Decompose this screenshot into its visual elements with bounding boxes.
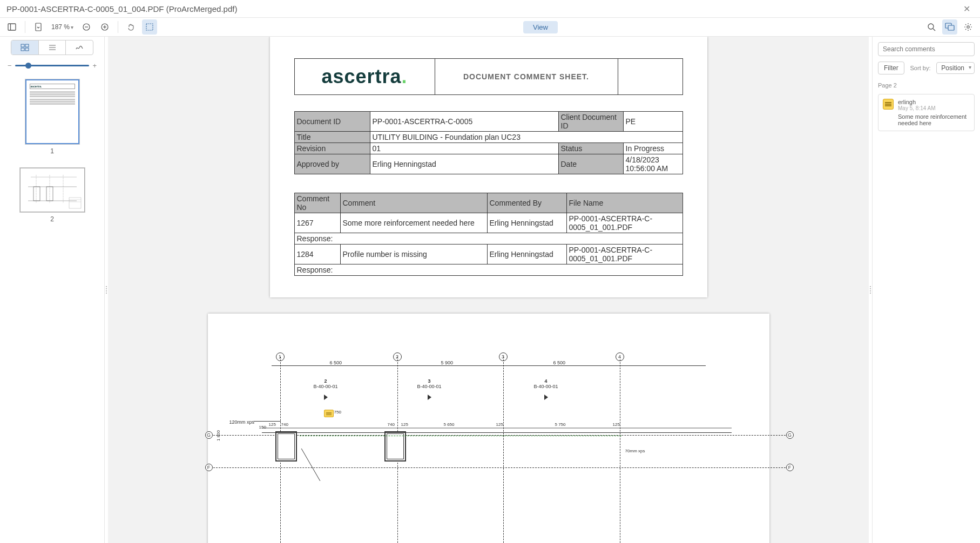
comments-table: Comment No Comment Commented By File Nam…	[294, 193, 683, 276]
page-nav-icon[interactable]	[31, 19, 46, 35]
comment-file: PP-0001-ASCERTRA-C-0005_01_001.PDF	[566, 213, 682, 233]
table-row: Response:	[294, 264, 682, 276]
thumb-size-minus-icon[interactable]: −	[8, 62, 12, 70]
comment-file: PP-0001-ASCERTRA-C-0005_01_001.PDF	[566, 245, 682, 264]
table-row: 1267 Some more reinforcement needed here…	[294, 213, 682, 233]
section-marker: 2B-40-00-01	[314, 378, 338, 401]
table-row: 1284 Profile number is missing Erling He…	[294, 245, 682, 264]
comment-text: Profile number is missing	[340, 245, 487, 264]
col-file-name: File Name	[566, 193, 682, 213]
gear-icon[interactable]	[961, 19, 976, 35]
logo-cell: ascertra.	[294, 59, 435, 95]
document-id-value: PP-0001-ASCERTRA-C-0005	[370, 112, 558, 132]
thumb-size-plus-icon[interactable]: +	[92, 62, 97, 70]
dim-value: 740	[388, 422, 395, 427]
document-viewport[interactable]: ascertra. DOCUMENT COMMENT SHEET. Docume…	[108, 37, 869, 543]
dim-value: 5 900	[441, 360, 454, 365]
page-thumbnail-1[interactable]: ascertra.	[25, 79, 79, 144]
date-label: Date	[558, 154, 623, 174]
search-icon[interactable]	[924, 19, 939, 35]
dim-value: 150	[259, 425, 266, 430]
svg-rect-0	[8, 24, 16, 30]
dim-line	[272, 365, 706, 366]
sort-select[interactable]: Position	[936, 62, 975, 74]
row-bubble: G	[205, 431, 213, 439]
pan-hand-icon[interactable]	[124, 19, 139, 35]
row-bubble: G	[786, 431, 794, 439]
logo-text: ascertra	[321, 65, 401, 87]
dim-value: 6 500	[330, 360, 342, 365]
section-marker: 3B-40-00-01	[417, 378, 442, 401]
thumbnails-tab-icon[interactable]	[11, 40, 38, 55]
svg-rect-17	[25, 48, 29, 51]
zoom-value: 187 %	[51, 23, 70, 31]
col-commented-by: Commented By	[487, 193, 566, 213]
text-label: 120mm xps	[229, 419, 255, 425]
dim-value: 5 750	[555, 422, 566, 427]
zoom-in-icon[interactable]	[97, 19, 112, 35]
signatures-tab-icon[interactable]	[65, 40, 93, 55]
document-id-label: Document ID	[294, 112, 370, 132]
toolbar: 187 % ▾ View	[0, 17, 980, 37]
dim-value: 740	[281, 422, 288, 427]
date-value: 4/18/2023 10:56:00 AM	[623, 154, 682, 174]
comment-card[interactable]: erlingh May 5, 8:14 AM Some more reinfor…	[878, 94, 975, 131]
client-id-value: PE	[623, 112, 682, 132]
dim-value: 125	[401, 422, 408, 427]
close-icon[interactable]: ✕	[960, 4, 974, 14]
svg-rect-16	[21, 48, 24, 51]
status-value: In Progress	[623, 143, 682, 154]
comment-by: Erling Henningstad	[487, 245, 566, 264]
title-value: UTILITY BUILDING - Foundation plan UC23	[370, 132, 682, 143]
revision-label: Revision	[294, 143, 370, 154]
svg-rect-25	[33, 187, 40, 201]
response-row: Response:	[294, 264, 682, 276]
row-bubble: F	[786, 464, 794, 471]
page-thumbnail-2[interactable]	[20, 168, 85, 212]
comment-no: 1284	[294, 245, 340, 264]
dim-value: 125	[269, 422, 276, 427]
view-mode-button[interactable]: View	[523, 21, 558, 33]
note-icon	[883, 99, 894, 110]
outline-tab-icon[interactable]	[38, 40, 66, 55]
svg-point-13	[967, 26, 969, 28]
title-label: Title	[294, 132, 370, 143]
zoom-out-icon[interactable]	[79, 19, 94, 35]
response-row: Response:	[294, 233, 682, 245]
comments-panel-icon[interactable]	[942, 19, 957, 35]
toggle-sidebar-icon[interactable]	[4, 19, 19, 35]
sort-label: Sort by:	[910, 65, 931, 71]
header-table: ascertra. DOCUMENT COMMENT SHEET.	[294, 58, 683, 95]
svg-rect-14	[21, 44, 24, 47]
page-2: 1 2 3 4 6 500 5 900 6 500 2B-40-00-01 3B…	[208, 314, 769, 543]
comment-text: Some more reinforcement needed here	[898, 113, 970, 126]
table-row: Response:	[294, 233, 682, 245]
thumb-size-slider[interactable]	[15, 65, 90, 66]
page-group-label: Page 2	[878, 82, 975, 89]
logo-dot-icon: .	[402, 65, 408, 87]
row-bubble: F	[205, 464, 213, 471]
filter-button[interactable]: Filter	[878, 62, 904, 74]
annotation-note-icon[interactable]	[324, 410, 334, 417]
svg-rect-15	[25, 44, 29, 47]
col-comment: Comment	[340, 193, 487, 213]
comment-time: May 5, 8:14 AM	[898, 105, 970, 111]
approved-by-label: Approved by	[294, 154, 370, 174]
window-title: PP-0001-ASCERTRA-C-0005_01_004.PDF (ProA…	[6, 4, 237, 13]
search-input[interactable]	[878, 42, 975, 56]
svg-rect-29	[69, 198, 81, 208]
comment-text: Some more reinforcement needed here	[340, 213, 487, 233]
comment-user: erlingh	[898, 99, 970, 105]
comment-no: 1267	[294, 213, 340, 233]
comments-panel: Filter Sort by: Position Page 2 erlingh …	[872, 37, 980, 543]
meta-table: Document ID PP-0001-ASCERTRA-C-0005 Clie…	[294, 111, 683, 174]
dim-value: 1 800	[216, 430, 221, 441]
zoom-select[interactable]: 187 % ▾	[49, 23, 76, 31]
page-1: ascertra. DOCUMENT COMMENT SHEET. Docume…	[270, 37, 707, 297]
comment-by: Erling Henningstad	[487, 213, 566, 233]
thumb-label-1: 1	[50, 147, 54, 155]
dim-value: 750	[334, 410, 341, 415]
header-title: DOCUMENT COMMENT SHEET.	[435, 59, 618, 95]
marquee-select-icon[interactable]	[142, 19, 157, 35]
drawing: 1 2 3 4 6 500 5 900 6 500 2B-40-00-01 3B…	[229, 341, 748, 543]
